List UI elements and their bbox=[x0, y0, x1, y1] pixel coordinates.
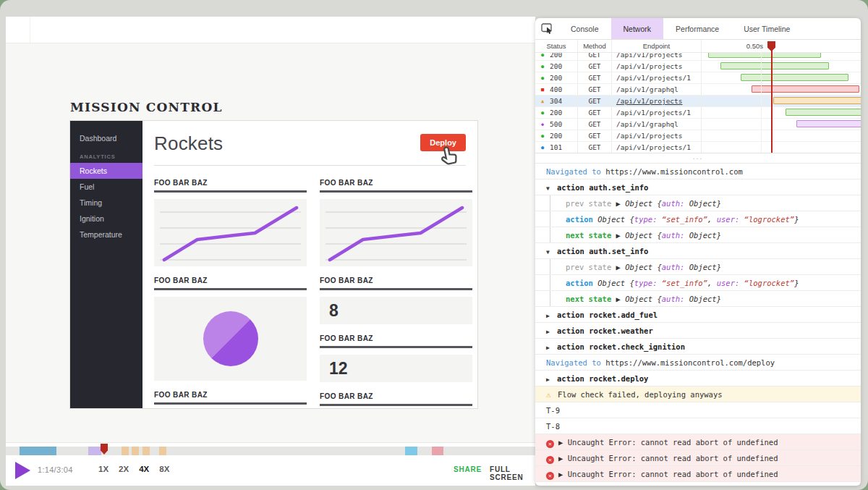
timeline-activity-marker bbox=[405, 447, 417, 455]
console-entry[interactable]: ⚠Flow check failed, deploying anyways bbox=[535, 386, 861, 402]
share-button[interactable]: SHARE bbox=[454, 465, 482, 473]
console-entry[interactable]: prev state ▶ Object {auth: Object} bbox=[535, 259, 861, 275]
playback-time: 1:14/3:04 bbox=[38, 465, 73, 474]
console-entry[interactable]: ✕▶ Uncaught Error: cannot read abort of … bbox=[535, 434, 861, 450]
sidebar-item-dashboard[interactable]: Dashboard bbox=[70, 130, 142, 146]
console-entry[interactable]: T-8 bbox=[535, 418, 861, 434]
request-waterfall bbox=[701, 61, 861, 72]
console-text: action bbox=[566, 279, 597, 287]
caret-right-icon[interactable]: ▶ bbox=[546, 324, 557, 339]
network-row[interactable]: ●200GET/api/v1/projects/1 bbox=[535, 107, 861, 119]
chart-panel-line: FOO BAR BAZ bbox=[154, 179, 307, 266]
request-timing-bar bbox=[752, 85, 859, 93]
tab-console[interactable]: Console bbox=[558, 18, 611, 39]
network-row[interactable]: ◆500GET/api/v1/graphql bbox=[535, 119, 861, 130]
console-entry[interactable]: ▼action auth.set_info bbox=[535, 243, 861, 259]
fullscreen-button[interactable]: FULL SCREEN bbox=[490, 465, 535, 481]
caret-right-icon[interactable]: ▶ bbox=[546, 372, 557, 386]
sidebar-item-fuel[interactable]: Fuel bbox=[70, 179, 142, 195]
console-text: next state bbox=[566, 231, 616, 240]
pie-circle bbox=[203, 311, 258, 366]
indent-guide bbox=[550, 211, 550, 227]
status-dot-green-icon: ● bbox=[541, 130, 550, 142]
request-waterfall bbox=[701, 53, 861, 60]
console-entry[interactable]: next state ▶ Object {auth: Object} bbox=[535, 227, 861, 243]
request-endpoint: /api/v1/projects bbox=[611, 96, 701, 106]
console-entry[interactable]: Navigated to https://www.missioncontrol.… bbox=[535, 355, 861, 371]
more-rows-indicator[interactable]: ... bbox=[535, 153, 861, 164]
sidebar-item-temperature[interactable]: Temperature bbox=[70, 227, 142, 242]
request-method: GET bbox=[577, 84, 611, 95]
speed-8x[interactable]: 8X bbox=[159, 465, 169, 473]
charts-column-left: FOO BAR BAZFOO BAR BAZFOO BAR BAZ bbox=[154, 169, 307, 408]
console-entry[interactable]: ▶action rocket.check_ignition bbox=[535, 339, 861, 355]
app-sidebar: DashboardANALYTICSRocketsFuelTimingIgnit… bbox=[70, 121, 142, 408]
network-row[interactable]: ●200GET/api/v1/projects bbox=[535, 130, 861, 142]
network-row[interactable]: ●200GET/api/v1/projects bbox=[535, 61, 861, 72]
console-entry[interactable]: T-9 bbox=[535, 402, 861, 418]
app-content: Rockets Deploy FOO BAR BAZFOO BAR BAZFOO… bbox=[142, 121, 477, 408]
status-dot-green-icon: ● bbox=[541, 72, 550, 84]
speed-controls: 1X2X4X8X bbox=[98, 465, 169, 473]
console-entry[interactable]: ▼action auth.set_info bbox=[535, 179, 861, 195]
endpoint-text: /api/v1/graphql bbox=[616, 120, 678, 128]
network-row[interactable]: ●200GET/api/v1/projects bbox=[535, 53, 861, 61]
caret-down-icon[interactable]: ▼ bbox=[546, 181, 557, 195]
speed-4x[interactable]: 4X bbox=[139, 465, 149, 473]
play-button[interactable] bbox=[15, 462, 30, 479]
network-row[interactable]: ▲304GET/api/v1/projects bbox=[535, 96, 861, 107]
timeline-activity-marker bbox=[88, 447, 101, 455]
console-entry[interactable]: ▶action rocket.deploy bbox=[535, 371, 861, 386]
caret-right-icon[interactable]: ▶ bbox=[546, 308, 557, 323]
console-entry[interactable]: ▶action rocket.add_fuel bbox=[535, 307, 861, 323]
endpoint-text: /api/v1/projects bbox=[616, 53, 683, 59]
console-entry[interactable]: next state ▶ Object {auth: Object} bbox=[535, 291, 861, 307]
console-text: auth: bbox=[662, 199, 685, 208]
caret-down-icon[interactable]: ▼ bbox=[546, 245, 557, 259]
console-text: “logrocket” bbox=[744, 279, 795, 287]
console-entry[interactable]: prev state ▶ Object {auth: Object} bbox=[535, 195, 861, 211]
request-waterfall bbox=[701, 96, 861, 106]
request-method: GET bbox=[577, 119, 611, 130]
console-entry[interactable]: ✕▶ Uncaught Error: cannot read abort of … bbox=[535, 450, 861, 466]
request-waterfall bbox=[701, 142, 861, 153]
network-row[interactable]: ■400GET/api/v1/graphql bbox=[535, 84, 861, 96]
console-text: Uncaught Error: cannot read abort of und… bbox=[568, 438, 778, 447]
inspect-element-icon[interactable] bbox=[535, 18, 558, 39]
console-text: type: bbox=[634, 215, 658, 224]
console-text: auth: bbox=[662, 295, 685, 303]
speed-2x[interactable]: 2X bbox=[119, 465, 129, 473]
console-entry[interactable]: action Object {type: “set_info”, user: “… bbox=[535, 211, 861, 227]
col-endpoint: Endpoint bbox=[611, 40, 701, 52]
sidebar-item-rockets[interactable]: Rockets bbox=[70, 163, 142, 179]
console-text: Object bbox=[625, 295, 657, 303]
pointer-cursor-icon bbox=[436, 143, 464, 170]
console-entry[interactable]: action Object {type: “set_info”, user: “… bbox=[535, 275, 861, 291]
console-text: ▶ bbox=[616, 263, 626, 271]
console-text: Object bbox=[597, 279, 629, 287]
tab-network[interactable]: Network bbox=[611, 18, 664, 39]
status-square-red-icon: ■ bbox=[541, 84, 550, 96]
request-method: GET bbox=[577, 96, 611, 106]
tab-performance[interactable]: Performance bbox=[663, 18, 731, 39]
network-row[interactable]: ●101GET/api/v1/projects/1 bbox=[535, 142, 861, 153]
network-row[interactable]: ●200GET/api/v1/projects/1 bbox=[535, 72, 861, 84]
tab-user-timeline[interactable]: User Timeline bbox=[731, 18, 802, 39]
chart-panel-pie: FOO BAR BAZ bbox=[154, 276, 307, 381]
console-entry[interactable]: ▶action rocket.weather bbox=[535, 323, 861, 339]
console-text: ▶ bbox=[616, 231, 626, 240]
panel-label: FOO BAR BAZ bbox=[154, 179, 307, 193]
console-entry[interactable]: ✕▶ Uncaught Error: cannot read abort of … bbox=[535, 466, 861, 482]
playback-timeline[interactable] bbox=[6, 447, 535, 455]
sidebar-item-timing[interactable]: Timing bbox=[70, 195, 142, 211]
speed-1x[interactable]: 1X bbox=[98, 465, 109, 473]
console-text: ▶ bbox=[616, 199, 626, 208]
line-chart bbox=[154, 199, 307, 266]
console-text: action auth.set_info bbox=[557, 247, 648, 255]
timeline-activity-marker bbox=[122, 447, 129, 455]
console-entry[interactable]: Navigated to https://www.missioncontrol.… bbox=[535, 164, 861, 179]
caret-right-icon[interactable]: ▶ bbox=[546, 340, 557, 355]
timeline-scrubber-pin[interactable] bbox=[101, 444, 108, 455]
status-dot-green-icon: ● bbox=[541, 107, 550, 119]
sidebar-item-ignition[interactable]: Ignition bbox=[70, 211, 142, 227]
